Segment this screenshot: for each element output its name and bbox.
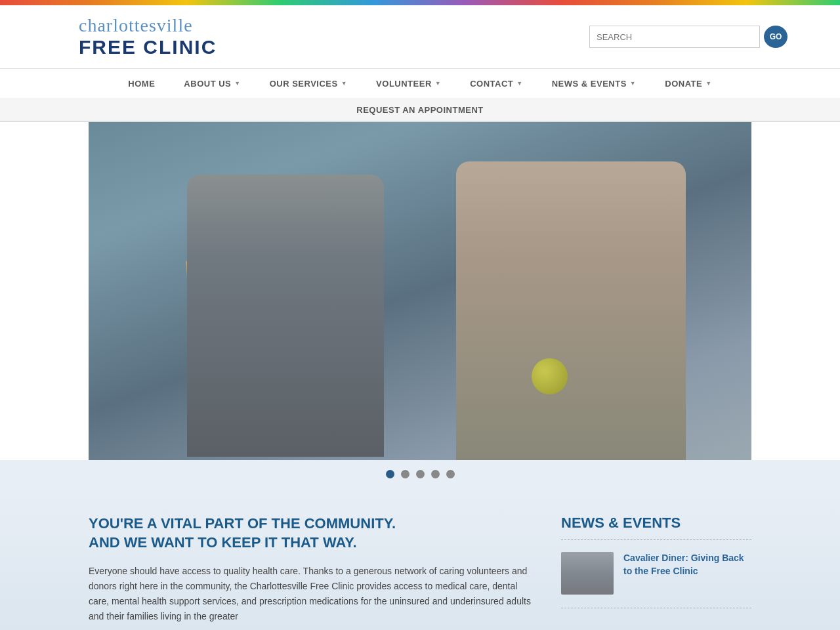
person-right xyxy=(456,161,686,460)
slide-dot-3[interactable] xyxy=(416,470,425,478)
nav-link-about[interactable]: ABOUT US ▼ xyxy=(169,69,255,98)
slideshow xyxy=(89,122,751,460)
apple xyxy=(532,358,568,394)
nav-item-home[interactable]: HOME xyxy=(114,69,169,98)
nav-item-news[interactable]: NEWS & EVENTS ▼ xyxy=(537,69,651,98)
nav-link-volunteer[interactable]: VOLUNTEER ▼ xyxy=(362,69,455,98)
search-input[interactable] xyxy=(589,26,760,48)
main-heading: YOU'RE A VITAL PART OF THE COMMUNITY.AND… xyxy=(89,514,535,552)
nav-link-news[interactable]: NEWS & EVENTS ▼ xyxy=(537,69,651,98)
slide-people-scene xyxy=(89,122,751,460)
nav-link-appointment[interactable]: REQUEST AN APPOINTMENT xyxy=(343,98,497,121)
news-divider xyxy=(561,539,751,540)
left-content: YOU'RE A VITAL PART OF THE COMMUNITY.AND… xyxy=(89,514,535,625)
news-thumbnail[interactable] xyxy=(561,552,614,595)
chevron-down-icon: ▼ xyxy=(516,80,522,87)
nav-link-home[interactable]: HOME xyxy=(114,69,169,98)
slide-dot-5[interactable] xyxy=(446,470,455,478)
logo-text-top: charlottesville xyxy=(79,15,217,36)
nav-item-donate[interactable]: DONATE ▼ xyxy=(650,69,726,98)
nav-link-donate[interactable]: DONATE ▼ xyxy=(650,69,726,98)
search-area: GO xyxy=(589,26,788,48)
nav-item-contact[interactable]: CONTACT ▼ xyxy=(455,69,537,98)
person-left xyxy=(187,175,384,457)
main-nav: HOME ABOUT US ▼ OUR SERVICES ▼ VOLUNTEER… xyxy=(0,69,840,122)
nav-link-contact[interactable]: CONTACT ▼ xyxy=(455,69,537,98)
nav-link-services[interactable]: OUR SERVICES ▼ xyxy=(255,69,362,98)
news-heading: NEWS & EVENTS xyxy=(561,514,751,532)
slide-dot-1[interactable] xyxy=(386,470,394,478)
chevron-down-icon: ▼ xyxy=(341,80,347,87)
logo[interactable]: charlottesville FREE CLINIC xyxy=(79,15,217,58)
site-header: charlottesville FREE CLINIC GO xyxy=(0,5,840,69)
chevron-down-icon: ▼ xyxy=(435,80,441,87)
chevron-down-icon: ▼ xyxy=(234,80,240,87)
nav-item-about[interactable]: ABOUT US ▼ xyxy=(169,69,255,98)
nav-item-appointment[interactable]: REQUEST AN APPOINTMENT xyxy=(343,98,497,121)
news-bottom-divider xyxy=(561,608,751,608)
main-body-text: Everyone should have access to quality h… xyxy=(89,564,535,624)
chevron-down-icon: ▼ xyxy=(630,80,636,87)
slide-dot-4[interactable] xyxy=(431,470,440,478)
content-inner: YOU'RE A VITAL PART OF THE COMMUNITY.AND… xyxy=(89,514,751,625)
news-thumb-image xyxy=(561,552,614,595)
chevron-down-icon: ▼ xyxy=(705,80,711,87)
top-banner xyxy=(0,0,840,5)
search-button[interactable]: GO xyxy=(764,26,788,48)
nav-sub-list: REQUEST AN APPOINTMENT xyxy=(0,98,840,121)
news-item-link[interactable]: Cavalier Diner: Giving Back to the Free … xyxy=(623,552,751,578)
news-item-content: Cavalier Diner: Giving Back to the Free … xyxy=(623,552,751,578)
slide-image xyxy=(89,122,751,460)
news-item: Cavalier Diner: Giving Back to the Free … xyxy=(561,552,751,595)
slide-dot-2[interactable] xyxy=(401,470,410,478)
logo-text-bottom: FREE CLINIC xyxy=(79,36,217,58)
right-content: NEWS & EVENTS Cavalier Diner: Giving Bac… xyxy=(561,514,751,625)
nav-item-volunteer[interactable]: VOLUNTEER ▼ xyxy=(362,69,455,98)
nav-item-services[interactable]: OUR SERVICES ▼ xyxy=(255,69,362,98)
content-area: YOU'RE A VITAL PART OF THE COMMUNITY.AND… xyxy=(0,488,840,630)
nav-main-list: HOME ABOUT US ▼ OUR SERVICES ▼ VOLUNTEER… xyxy=(0,69,840,98)
slideshow-dots xyxy=(0,460,840,488)
